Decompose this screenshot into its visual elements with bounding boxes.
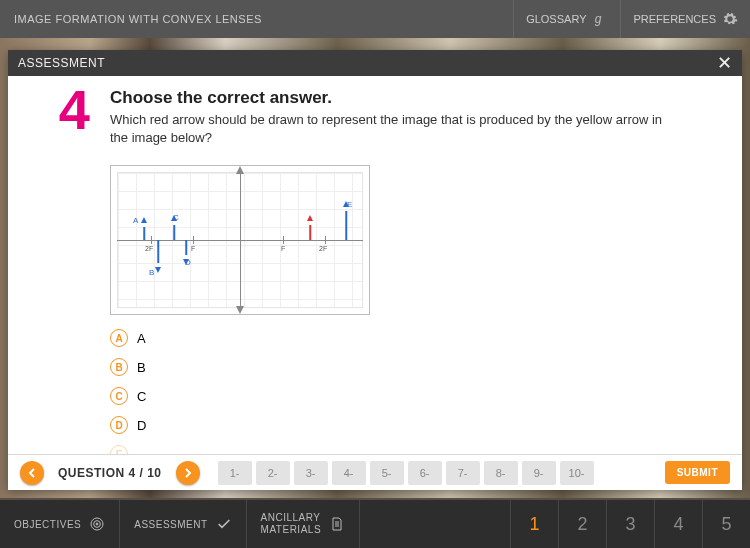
modal-title: ASSESSMENT xyxy=(18,56,105,70)
question-slot[interactable]: 3- xyxy=(294,461,328,485)
option-letter: B xyxy=(110,358,128,376)
option-text: B xyxy=(137,360,146,375)
assessment-button[interactable]: ASSESSMENT xyxy=(120,500,246,548)
option-text: C xyxy=(137,389,146,404)
tick-2f-right: 2F xyxy=(319,245,327,252)
objectives-label: OBJECTIVES xyxy=(14,519,81,530)
option-e[interactable]: E xyxy=(110,445,702,454)
prev-question-button[interactable] xyxy=(20,461,44,485)
question-slot[interactable]: 7- xyxy=(446,461,480,485)
question-slot[interactable]: 10- xyxy=(560,461,594,485)
option-letter: A xyxy=(110,329,128,347)
question-slot[interactable]: 9- xyxy=(522,461,556,485)
page-tabs: 1 2 3 4 5 xyxy=(510,500,750,548)
modal-header: ASSESSMENT ✕ xyxy=(8,50,742,76)
glossary-label: GLOSSARY xyxy=(526,13,586,25)
option-d[interactable]: D D xyxy=(110,416,702,434)
ancillary-materials-button[interactable]: ANCILLARY MATERIALS xyxy=(247,500,360,548)
page-tab-5[interactable]: 5 xyxy=(702,500,750,548)
question-slot[interactable]: 6- xyxy=(408,461,442,485)
modal-body: 4 Choose the correct answer. Which red a… xyxy=(8,76,742,454)
tick-2f-left: 2F xyxy=(145,245,153,252)
chevron-right-icon xyxy=(183,468,193,478)
lens-diagram: 2F F F 2F A B xyxy=(110,165,370,315)
page-tab-1[interactable]: 1 xyxy=(510,500,558,548)
assessment-modal: ASSESSMENT ✕ 4 Choose the correct answer… xyxy=(8,50,742,490)
option-text: D xyxy=(137,418,146,433)
bottom-bar: OBJECTIVES ASSESSMENT ANCILLARY MATERIAL… xyxy=(0,500,750,548)
ancillary-label: ANCILLARY MATERIALS xyxy=(261,512,321,536)
question-slot[interactable]: 5- xyxy=(370,461,404,485)
arrow-label-d: D xyxy=(185,258,191,267)
arrow-label-b: B xyxy=(149,268,154,277)
question-number: 4 xyxy=(48,88,90,454)
option-letter: C xyxy=(110,387,128,405)
svg-text:g: g xyxy=(595,12,602,26)
page-tab-2[interactable]: 2 xyxy=(558,500,606,548)
page-tab-4[interactable]: 4 xyxy=(654,500,702,548)
question-content: Choose the correct answer. Which red arr… xyxy=(110,88,702,454)
tick-f-right: F xyxy=(281,245,285,252)
target-icon xyxy=(89,516,105,532)
chevron-left-icon xyxy=(27,468,37,478)
question-slot[interactable]: 8- xyxy=(484,461,518,485)
assessment-label: ASSESSMENT xyxy=(134,519,207,530)
option-a[interactable]: A A xyxy=(110,329,702,347)
question-nav: QUESTION 4 / 10 1- 2- 3- 4- 5- 6- 7- 8- … xyxy=(8,454,742,490)
question-instruction: Choose the correct answer. xyxy=(110,88,702,108)
tick-f-left: F xyxy=(191,245,195,252)
top-bar: IMAGE FORMATION WITH CONVEX LENSES GLOSS… xyxy=(0,0,750,38)
arrow-label-a: A xyxy=(133,216,138,225)
answer-options: A A B B C C D D E xyxy=(110,329,702,454)
submit-button[interactable]: SUBMIT xyxy=(665,461,730,484)
option-letter: E xyxy=(110,445,128,454)
question-slots: 1- 2- 3- 4- 5- 6- 7- 8- 9- 10- xyxy=(218,461,594,485)
next-question-button[interactable] xyxy=(176,461,200,485)
app-title: IMAGE FORMATION WITH CONVEX LENSES xyxy=(0,13,513,25)
option-c[interactable]: C C xyxy=(110,387,702,405)
gear-icon xyxy=(722,11,738,27)
option-b[interactable]: B B xyxy=(110,358,702,376)
page-tab-3[interactable]: 3 xyxy=(606,500,654,548)
question-prompt: Which red arrow should be drawn to repre… xyxy=(110,111,670,147)
check-icon xyxy=(216,516,232,532)
question-counter: QUESTION 4 / 10 xyxy=(58,466,162,480)
arrow-label-e: E xyxy=(347,200,352,209)
document-icon xyxy=(329,516,345,532)
preferences-label: PREFERENCES xyxy=(633,13,716,25)
arrow-label-c: C xyxy=(173,213,179,222)
option-letter: D xyxy=(110,416,128,434)
question-slot[interactable]: 1- xyxy=(218,461,252,485)
glossary-button[interactable]: GLOSSARY g xyxy=(513,0,620,38)
option-text: A xyxy=(137,331,146,346)
question-slot[interactable]: 2- xyxy=(256,461,290,485)
question-slot[interactable]: 4- xyxy=(332,461,366,485)
glossary-icon: g xyxy=(592,11,608,27)
close-icon[interactable]: ✕ xyxy=(717,52,733,74)
objectives-button[interactable]: OBJECTIVES xyxy=(0,500,120,548)
svg-point-3 xyxy=(96,523,98,525)
preferences-button[interactable]: PREFERENCES xyxy=(620,0,750,38)
